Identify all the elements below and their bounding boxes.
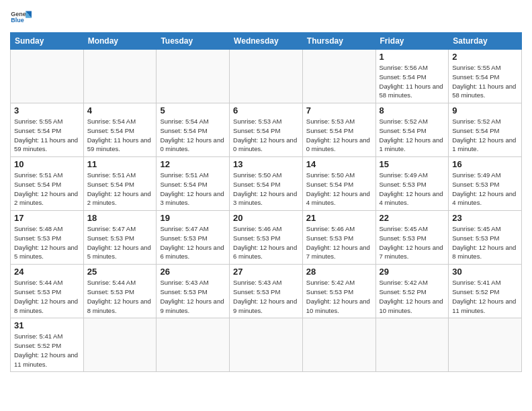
day-number: 4 — [87, 105, 153, 116]
calendar-cell: 17Sunrise: 5:48 AM Sunset: 5:53 PM Dayli… — [11, 211, 84, 265]
calendar-cell — [449, 318, 522, 372]
calendar-cell: 4Sunrise: 5:54 AM Sunset: 5:54 PM Daylig… — [83, 103, 157, 157]
calendar-cell: 5Sunrise: 5:54 AM Sunset: 5:54 PM Daylig… — [157, 103, 230, 157]
day-info: Sunrise: 5:53 AM Sunset: 5:54 PM Dayligh… — [233, 117, 299, 154]
calendar-cell: 13Sunrise: 5:50 AM Sunset: 5:54 PM Dayli… — [230, 157, 303, 211]
day-info: Sunrise: 5:54 AM Sunset: 5:54 PM Dayligh… — [160, 117, 226, 154]
day-info: Sunrise: 5:45 AM Sunset: 5:53 PM Dayligh… — [452, 224, 518, 261]
day-number: 18 — [87, 213, 153, 223]
day-number: 10 — [14, 159, 80, 169]
day-number: 24 — [14, 267, 80, 277]
day-info: Sunrise: 5:52 AM Sunset: 5:54 PM Dayligh… — [380, 117, 445, 154]
day-info: Sunrise: 5:46 AM Sunset: 5:53 PM Dayligh… — [306, 224, 372, 261]
day-info: Sunrise: 5:53 AM Sunset: 5:54 PM Dayligh… — [306, 117, 372, 154]
day-info: Sunrise: 5:54 AM Sunset: 5:54 PM Dayligh… — [87, 117, 153, 154]
day-info: Sunrise: 5:50 AM Sunset: 5:54 PM Dayligh… — [233, 171, 299, 208]
day-info: Sunrise: 5:51 AM Sunset: 5:54 PM Dayligh… — [160, 171, 226, 208]
calendar-cell: 21Sunrise: 5:46 AM Sunset: 5:53 PM Dayli… — [302, 211, 375, 265]
day-number: 30 — [452, 267, 518, 277]
day-info: Sunrise: 5:42 AM Sunset: 5:53 PM Dayligh… — [306, 278, 372, 315]
day-info: Sunrise: 5:51 AM Sunset: 5:54 PM Dayligh… — [87, 171, 153, 208]
day-number: 14 — [306, 159, 372, 169]
calendar-cell: 25Sunrise: 5:44 AM Sunset: 5:53 PM Dayli… — [83, 265, 157, 318]
calendar-cell — [230, 318, 303, 372]
day-info: Sunrise: 5:42 AM Sunset: 5:52 PM Dayligh… — [380, 278, 445, 315]
day-info: Sunrise: 5:55 AM Sunset: 5:54 PM Dayligh… — [14, 117, 80, 154]
logo: General Blue — [10, 7, 32, 28]
day-number: 28 — [306, 267, 372, 277]
calendar-cell: 29Sunrise: 5:42 AM Sunset: 5:52 PM Dayli… — [375, 265, 449, 318]
calendar-cell: 30Sunrise: 5:41 AM Sunset: 5:52 PM Dayli… — [449, 265, 522, 318]
day-number: 5 — [160, 105, 226, 116]
calendar-cell: 24Sunrise: 5:44 AM Sunset: 5:53 PM Dayli… — [11, 265, 84, 318]
day-number: 25 — [87, 267, 153, 277]
day-number: 27 — [233, 267, 299, 277]
day-number: 2 — [452, 52, 518, 62]
day-info: Sunrise: 5:46 AM Sunset: 5:53 PM Dayligh… — [233, 224, 299, 261]
day-info: Sunrise: 5:44 AM Sunset: 5:53 PM Dayligh… — [14, 278, 80, 315]
calendar-cell — [302, 318, 375, 372]
calendar-cell: 27Sunrise: 5:43 AM Sunset: 5:53 PM Dayli… — [230, 265, 303, 318]
calendar-cell — [302, 50, 375, 103]
calendar-cell: 1Sunrise: 5:56 AM Sunset: 5:54 PM Daylig… — [375, 50, 449, 103]
day-info: Sunrise: 5:43 AM Sunset: 5:53 PM Dayligh… — [160, 278, 226, 315]
day-number: 3 — [14, 105, 80, 116]
day-number: 23 — [452, 213, 518, 223]
col-header-saturday: Saturday — [449, 33, 522, 50]
calendar-cell — [11, 50, 84, 103]
calendar-cell: 2Sunrise: 5:55 AM Sunset: 5:54 PM Daylig… — [449, 50, 522, 103]
day-info: Sunrise: 5:45 AM Sunset: 5:53 PM Dayligh… — [380, 224, 445, 261]
calendar-cell: 9Sunrise: 5:52 AM Sunset: 5:54 PM Daylig… — [449, 103, 522, 157]
calendar-cell: 12Sunrise: 5:51 AM Sunset: 5:54 PM Dayli… — [157, 157, 230, 211]
day-number: 29 — [380, 267, 445, 277]
calendar-cell — [83, 318, 157, 372]
calendar-cell: 18Sunrise: 5:47 AM Sunset: 5:53 PM Dayli… — [83, 211, 157, 265]
day-number: 9 — [452, 105, 518, 116]
calendar-cell — [375, 318, 449, 372]
calendar-cell: 22Sunrise: 5:45 AM Sunset: 5:53 PM Dayli… — [375, 211, 449, 265]
day-number: 13 — [233, 159, 299, 169]
day-number: 16 — [452, 159, 518, 169]
calendar-cell: 3Sunrise: 5:55 AM Sunset: 5:54 PM Daylig… — [11, 103, 84, 157]
day-info: Sunrise: 5:43 AM Sunset: 5:53 PM Dayligh… — [233, 278, 299, 315]
calendar-cell — [230, 50, 303, 103]
day-info: Sunrise: 5:52 AM Sunset: 5:54 PM Dayligh… — [452, 117, 518, 154]
calendar-table: SundayMondayTuesdayWednesdayThursdayFrid… — [10, 32, 522, 372]
calendar-cell: 11Sunrise: 5:51 AM Sunset: 5:54 PM Dayli… — [83, 157, 157, 211]
day-number: 26 — [160, 267, 226, 277]
col-header-monday: Monday — [83, 33, 157, 50]
day-info: Sunrise: 5:47 AM Sunset: 5:53 PM Dayligh… — [160, 224, 226, 261]
day-number: 17 — [14, 213, 80, 223]
calendar-cell: 31Sunrise: 5:41 AM Sunset: 5:52 PM Dayli… — [11, 318, 84, 372]
calendar-cell: 8Sunrise: 5:52 AM Sunset: 5:54 PM Daylig… — [375, 103, 449, 157]
day-number: 20 — [233, 213, 299, 223]
calendar-cell: 20Sunrise: 5:46 AM Sunset: 5:53 PM Dayli… — [230, 211, 303, 265]
day-number: 31 — [14, 320, 80, 330]
day-number: 7 — [306, 105, 372, 116]
calendar-cell: 10Sunrise: 5:51 AM Sunset: 5:54 PM Dayli… — [11, 157, 84, 211]
day-number: 12 — [160, 159, 226, 169]
day-number: 21 — [306, 213, 372, 223]
calendar-cell: 15Sunrise: 5:49 AM Sunset: 5:53 PM Dayli… — [375, 157, 449, 211]
calendar-cell: 16Sunrise: 5:49 AM Sunset: 5:53 PM Dayli… — [449, 157, 522, 211]
col-header-wednesday: Wednesday — [230, 33, 303, 50]
col-header-friday: Friday — [375, 33, 449, 50]
day-info: Sunrise: 5:50 AM Sunset: 5:54 PM Dayligh… — [306, 171, 372, 208]
day-info: Sunrise: 5:41 AM Sunset: 5:52 PM Dayligh… — [452, 278, 518, 315]
calendar-cell — [157, 50, 230, 103]
day-number: 1 — [380, 52, 445, 62]
day-number: 8 — [380, 105, 445, 116]
day-number: 11 — [87, 159, 153, 169]
calendar-cell: 26Sunrise: 5:43 AM Sunset: 5:53 PM Dayli… — [157, 265, 230, 318]
col-header-tuesday: Tuesday — [157, 33, 230, 50]
calendar-cell — [157, 318, 230, 372]
calendar-cell: 19Sunrise: 5:47 AM Sunset: 5:53 PM Dayli… — [157, 211, 230, 265]
calendar-cell: 28Sunrise: 5:42 AM Sunset: 5:53 PM Dayli… — [302, 265, 375, 318]
col-header-thursday: Thursday — [302, 33, 375, 50]
day-info: Sunrise: 5:44 AM Sunset: 5:53 PM Dayligh… — [87, 278, 153, 315]
calendar-cell: 23Sunrise: 5:45 AM Sunset: 5:53 PM Dayli… — [449, 211, 522, 265]
day-number: 22 — [380, 213, 445, 223]
calendar-cell: 14Sunrise: 5:50 AM Sunset: 5:54 PM Dayli… — [302, 157, 375, 211]
day-info: Sunrise: 5:51 AM Sunset: 5:54 PM Dayligh… — [14, 171, 80, 208]
day-info: Sunrise: 5:49 AM Sunset: 5:53 PM Dayligh… — [380, 171, 445, 208]
